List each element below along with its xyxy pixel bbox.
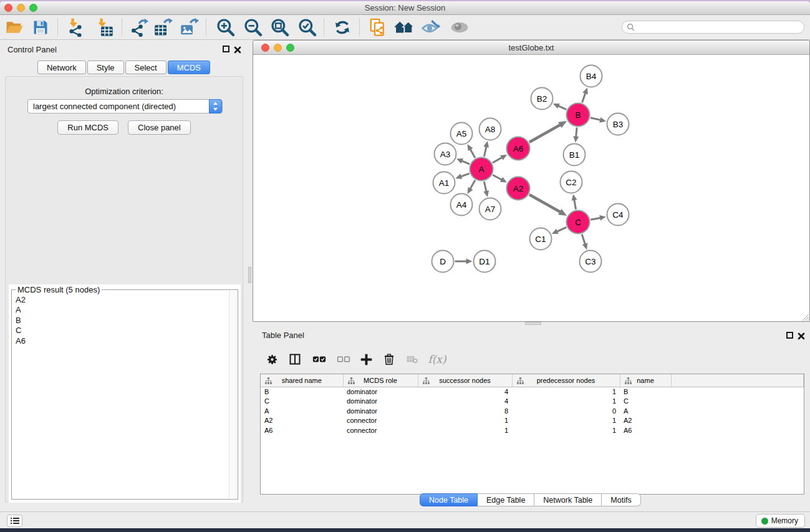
graph-node-A8[interactable]: A8 <box>480 118 501 140</box>
edge-C-C2[interactable] <box>572 194 577 210</box>
column-header-name[interactable]: name <box>620 374 671 387</box>
import-network-from-file-icon[interactable] <box>65 17 86 38</box>
graph-node-A2[interactable]: A2 <box>507 177 530 200</box>
mcds-result-item[interactable]: A <box>16 305 229 315</box>
window-titlebar[interactable]: Session: New Session <box>0 1 810 15</box>
graph-node-A5[interactable]: A5 <box>451 123 473 145</box>
edge-B-B3[interactable] <box>591 117 606 123</box>
graph-node-C3[interactable]: C3 <box>580 251 602 273</box>
close-panel-button[interactable]: Close panel <box>128 120 191 135</box>
run-mcds-button[interactable]: Run MCDS <box>57 120 118 135</box>
zoom-in-icon[interactable] <box>215 17 236 38</box>
graph-node-C[interactable]: C <box>567 211 590 234</box>
table-settings-icon[interactable] <box>263 351 281 368</box>
graph-node-A[interactable]: A <box>470 158 493 181</box>
edge-A2-C[interactable] <box>529 195 567 216</box>
tab-network[interactable]: Network <box>37 60 86 74</box>
show-all-networks-icon[interactable] <box>393 17 415 38</box>
export-network-icon[interactable] <box>128 17 150 38</box>
open-session-icon[interactable] <box>4 17 25 38</box>
network-graph-canvas[interactable]: B4B2BB3A5A8A6B1A3AA1A2C2A4A7CC4C1C3DD1 <box>253 55 809 321</box>
split-panel-icon[interactable] <box>286 351 304 368</box>
graph-node-D1[interactable]: D1 <box>474 251 496 273</box>
vertical-splitter[interactable] <box>248 40 253 511</box>
function-builder-icon[interactable]: f(x) <box>426 351 448 368</box>
float-panel-icon[interactable] <box>223 46 229 52</box>
graph-node-B2[interactable]: B2 <box>531 88 553 110</box>
edge-C-C1[interactable] <box>552 227 567 234</box>
deselect-all-icon[interactable] <box>335 351 352 368</box>
result-scrollbar[interactable] <box>229 291 237 498</box>
edge-A-A2[interactable] <box>493 175 507 183</box>
edge-A-A7[interactable] <box>483 181 489 197</box>
network-window-titlebar[interactable]: testGlobe.txt <box>253 41 809 55</box>
mcds-result-item[interactable]: C <box>16 326 229 336</box>
float-table-panel-icon[interactable] <box>786 332 793 339</box>
column-header-shared-name[interactable]: shared name <box>261 374 343 387</box>
edge-B-B4[interactable] <box>582 87 588 102</box>
task-history-button[interactable] <box>7 515 22 527</box>
graph-node-A7[interactable]: A7 <box>480 198 501 220</box>
delete-table-icon[interactable] <box>403 351 421 368</box>
memory-button[interactable]: Memory <box>756 514 805 528</box>
edge-C-C4[interactable] <box>591 215 606 221</box>
resize-grip-icon[interactable] <box>801 313 809 321</box>
zoom-fit-content-icon[interactable] <box>269 17 291 38</box>
edge-A-A8[interactable] <box>483 141 489 157</box>
edge-B-B2[interactable] <box>553 104 566 110</box>
graph-node-C1[interactable]: C1 <box>530 228 552 250</box>
export-table-icon[interactable] <box>153 17 174 38</box>
close-panel-icon[interactable] <box>234 45 241 56</box>
edge-A-A4[interactable] <box>468 180 475 194</box>
add-entry-icon[interactable] <box>357 351 375 368</box>
tab-edge-table[interactable]: Edge Table <box>478 493 534 506</box>
edge-B-B1[interactable] <box>573 127 579 142</box>
table-row-C[interactable]: Cdominator41C <box>261 397 804 407</box>
tab-style[interactable]: Style <box>87 60 124 74</box>
toggle-annotations-icon[interactable] <box>420 17 441 38</box>
graph-node-A6[interactable]: A6 <box>507 137 530 160</box>
tab-network-table[interactable]: Network Table <box>534 493 602 506</box>
select-all-icon[interactable] <box>311 351 328 368</box>
graph-node-A3[interactable]: A3 <box>435 143 456 165</box>
mcds-result-item[interactable]: A6 <box>16 336 229 346</box>
criterion-dropdown[interactable]: largest connected component (directed) <box>27 99 223 114</box>
edge-A-A5[interactable] <box>468 144 475 158</box>
column-header-predecessor-nodes[interactable]: predecessor nodes <box>512 374 620 387</box>
import-table-from-file-icon[interactable] <box>94 17 115 38</box>
zoom-selected-icon[interactable] <box>297 17 318 38</box>
table-row-B[interactable]: Bdominator41B <box>261 387 804 397</box>
refresh-view-icon[interactable] <box>332 17 353 38</box>
graph-node-B3[interactable]: B3 <box>607 114 629 135</box>
export-image-icon[interactable] <box>179 17 200 38</box>
table-row-A6[interactable]: A6connector11A6 <box>261 425 804 435</box>
graph-node-D[interactable]: D <box>432 251 454 273</box>
column-header-successor-nodes[interactable]: successor nodes <box>418 374 512 387</box>
search-input[interactable] <box>622 21 804 34</box>
close-table-panel-icon[interactable] <box>798 331 805 342</box>
edge-A6-B[interactable] <box>529 121 567 142</box>
delete-entry-icon[interactable] <box>380 351 398 368</box>
edge-A-A3[interactable] <box>456 158 470 164</box>
graph-node-B1[interactable]: B1 <box>564 144 586 166</box>
tab-select[interactable]: Select <box>125 60 166 74</box>
edge-A-A6[interactable] <box>493 155 507 163</box>
column-header-MCDS-role[interactable]: MCDS role <box>343 374 418 387</box>
toggle-graphics-details-icon[interactable] <box>449 17 470 38</box>
tab-node-table[interactable]: Node Table <box>420 493 478 506</box>
manage-networks-icon[interactable] <box>367 17 388 38</box>
edge-C-C3[interactable] <box>582 235 587 250</box>
mcds-result-list[interactable]: A2ABCA6 <box>12 291 229 498</box>
edge-A-A1[interactable] <box>455 173 469 179</box>
graph-node-B[interactable]: B <box>567 104 590 127</box>
table-row-A[interactable]: Adominator80A <box>261 406 804 416</box>
zoom-out-icon[interactable] <box>243 17 264 38</box>
graph-node-C4[interactable]: C4 <box>607 204 629 226</box>
edge-D-D1[interactable] <box>455 259 473 264</box>
mcds-result-item[interactable]: B <box>16 316 229 326</box>
tab-motifs[interactable]: Motifs <box>602 493 640 506</box>
save-session-icon[interactable] <box>30 17 51 38</box>
table-row-A2[interactable]: A2connector11A2 <box>261 416 804 426</box>
graph-node-C2[interactable]: C2 <box>561 172 582 193</box>
graph-node-A4[interactable]: A4 <box>451 194 473 216</box>
